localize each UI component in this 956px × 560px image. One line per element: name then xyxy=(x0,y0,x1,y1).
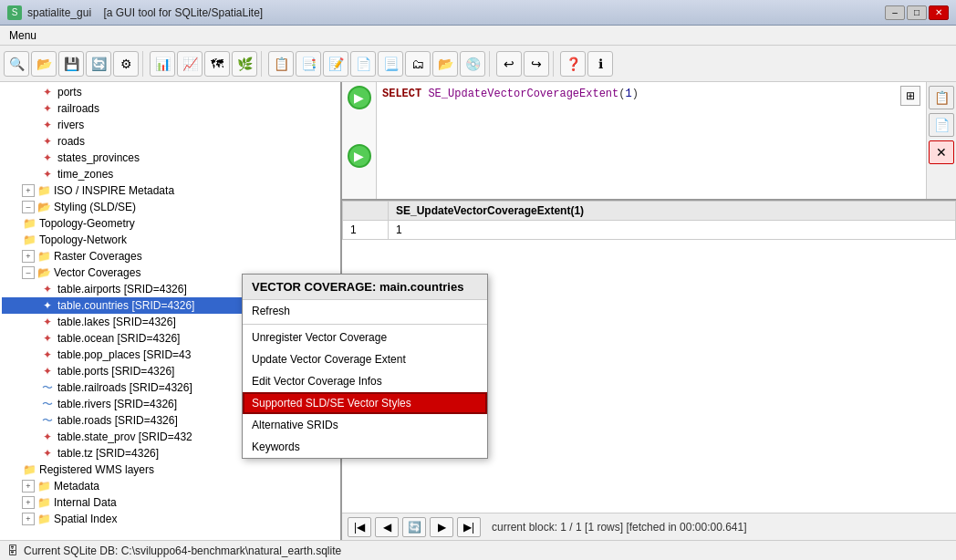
toolbar-btn-5[interactable]: ⚙ xyxy=(113,51,139,77)
tree-label-ocean: table.ocean [SRID=4326] xyxy=(57,332,180,345)
tree-item-topology-geo[interactable]: 📁 Topology-Geometry xyxy=(2,215,338,232)
tree-label-tz: table.tz [SRID=4326] xyxy=(57,447,159,460)
minimize-button[interactable]: – xyxy=(885,5,905,20)
toolbar-btn-3[interactable]: 💾 xyxy=(58,51,84,77)
app-subtitle: [a GUI tool for SQLite/SpatiaLite] xyxy=(103,6,263,19)
tree-label-internal-data: Internal Data xyxy=(54,496,117,509)
toolbar-btn-11[interactable]: 📑 xyxy=(296,51,321,77)
expander-iso-metadata[interactable]: + xyxy=(22,184,35,197)
toolbar-btn-21[interactable]: ℹ xyxy=(587,51,613,77)
tree-item-railroads[interactable]: ✦ railroads xyxy=(2,100,338,117)
nav-status: current block: 1 / 1 [1 rows] [fetched i… xyxy=(492,521,747,534)
tree-item-spatial-index[interactable]: + 📁 Spatial Index xyxy=(2,511,338,527)
geo-icon-roads2: 〜 xyxy=(40,413,55,428)
expander-raster-cov[interactable]: + xyxy=(22,250,35,263)
tree-item-iso-metadata[interactable]: + 📁 ISO / INSPIRE Metadata xyxy=(2,182,338,199)
toolbar-btn-15[interactable]: 🗂 xyxy=(405,51,431,77)
context-menu-update-extent[interactable]: Update Vector Coverage Extent xyxy=(243,348,487,370)
nav-next-button[interactable]: ▶ xyxy=(430,517,453,537)
context-menu-edit-infos[interactable]: Edit Vector Coverage Infos xyxy=(243,370,487,392)
tree-item-roads[interactable]: ✦ roads xyxy=(2,133,338,150)
toolbar-btn-18[interactable]: ↩ xyxy=(496,51,522,77)
sql-editor[interactable]: SELECT SE_UpdateVectorCoverageExtent(1) xyxy=(377,82,899,199)
toolbar-btn-20[interactable]: ❓ xyxy=(560,51,586,77)
geo-icon-time-zones: ✦ xyxy=(40,167,55,181)
toolbar-btn-13[interactable]: 📄 xyxy=(350,51,376,77)
close-button[interactable]: ✕ xyxy=(929,5,949,20)
menu-item-menu[interactable]: Menu xyxy=(4,27,42,44)
tree-item-wms[interactable]: 📁 Registered WMS layers xyxy=(2,461,338,478)
sql-gutter: ▶ ▶ xyxy=(342,82,377,199)
tree-label-styling: Styling (SLD/SE) xyxy=(54,201,136,213)
expander-vector-cov[interactable]: – xyxy=(22,266,35,279)
geo-icon-roads: ✦ xyxy=(40,134,55,149)
folder-icon-spatial-index: 📁 xyxy=(36,512,51,526)
tree-item-topology-net[interactable]: 📁 Topology-Network xyxy=(2,232,338,248)
tree-item-states-provinces[interactable]: ✦ states_provinces xyxy=(2,150,338,166)
toolbar-btn-17[interactable]: 💿 xyxy=(460,51,485,77)
tree-label-topology-net: Topology-Network xyxy=(39,233,127,246)
geo-icon-countries: ✦ xyxy=(40,298,55,313)
toolbar-btn-12[interactable]: 📝 xyxy=(323,51,348,77)
filter-icon[interactable]: ⊞ xyxy=(900,86,920,106)
menubar: Menu xyxy=(0,26,956,46)
geo-icon-states-provinces: ✦ xyxy=(40,150,55,165)
toolbar-btn-7[interactable]: 📈 xyxy=(177,51,203,77)
tree-label-airports: table.airports [SRID=4326] xyxy=(57,283,187,296)
tree-label-ports: ports xyxy=(57,86,82,99)
copy-button[interactable]: 📋 xyxy=(929,86,954,109)
toolbar-btn-9[interactable]: 🌿 xyxy=(232,51,257,77)
statusbar: 🗄 Current SQLite DB: C:\sviluppo64-bench… xyxy=(0,540,956,560)
window-controls: – □ ✕ xyxy=(885,5,949,20)
toolbar-separator-2 xyxy=(261,51,265,77)
tree-item-time-zones[interactable]: ✦ time_zones xyxy=(2,166,338,182)
expander-internal-data[interactable]: + xyxy=(22,496,35,509)
paste-button[interactable]: 📄 xyxy=(929,113,954,137)
context-menu-separator-1 xyxy=(243,324,487,325)
tree-item-metadata[interactable]: + 📁 Metadata xyxy=(2,478,338,494)
toolbar-btn-6[interactable]: 📊 xyxy=(150,51,175,77)
nav-prev-button[interactable]: ◀ xyxy=(375,517,399,537)
nav-bar: |◀ ◀ 🔄 ▶ ▶| current block: 1 / 1 [1 rows… xyxy=(342,513,956,540)
toolbar-btn-16[interactable]: 📂 xyxy=(432,51,458,77)
clear-button[interactable]: ✕ xyxy=(929,140,954,164)
toolbar-btn-19[interactable]: ↪ xyxy=(524,51,549,77)
geo-icon-lakes: ✦ xyxy=(40,315,55,329)
context-menu-keywords[interactable]: Keywords xyxy=(243,436,487,458)
context-menu-refresh[interactable]: Refresh xyxy=(243,300,487,322)
toolbar-btn-8[interactable]: 🗺 xyxy=(204,51,230,77)
nav-last-button[interactable]: ▶| xyxy=(457,517,481,537)
app-title: spatialite_gui [a GUI tool for SQLite/Sp… xyxy=(27,6,885,19)
nav-first-button[interactable]: |◀ xyxy=(348,517,371,537)
expander-styling[interactable]: – xyxy=(22,201,35,213)
context-menu-alt-srids[interactable]: Alternative SRIDs xyxy=(243,414,487,436)
tree-label-states-provinces: states_provinces xyxy=(57,151,140,164)
tree-label-lakes: table.lakes [SRID=4326] xyxy=(57,316,176,328)
nav-refresh-button[interactable]: 🔄 xyxy=(402,517,426,537)
table-row: 1 1 xyxy=(343,221,956,240)
toolbar-separator-1 xyxy=(142,51,146,77)
context-menu-header: VECTOR COVERAGE: main.countries xyxy=(243,275,487,300)
tree-label-roads2: table.roads [SRID=4326] xyxy=(57,414,178,427)
row-num: 1 xyxy=(343,221,389,240)
geo-icon-ports2: ✦ xyxy=(40,364,55,379)
tree-item-ports[interactable]: ✦ ports xyxy=(2,84,338,100)
toolbar-btn-4[interactable]: 🔄 xyxy=(86,51,111,77)
tree-item-internal-data[interactable]: + 📁 Internal Data xyxy=(2,494,338,511)
toolbar-btn-14[interactable]: 📃 xyxy=(378,51,403,77)
tree-item-styling[interactable]: – 📂 Styling (SLD/SE) xyxy=(2,199,338,215)
execute-button[interactable]: ▶ xyxy=(348,86,371,109)
toolbar-btn-10[interactable]: 📋 xyxy=(268,51,294,77)
toolbar-btn-1[interactable]: 🔍 xyxy=(4,51,29,77)
maximize-button[interactable]: □ xyxy=(907,5,927,20)
context-menu-sld-styles[interactable]: Supported SLD/SE Vector Styles xyxy=(243,392,487,414)
execute-button-2[interactable]: ▶ xyxy=(348,144,371,168)
context-menu-unregister[interactable]: Unregister Vector Coverage xyxy=(243,327,487,348)
expander-metadata[interactable]: + xyxy=(22,480,35,493)
expander-spatial-index[interactable]: + xyxy=(22,513,35,525)
tree-item-rivers[interactable]: ✦ rivers xyxy=(2,117,338,133)
tree-item-raster-cov[interactable]: + 📁 Raster Coverages xyxy=(2,248,338,264)
toolbar-btn-2[interactable]: 📂 xyxy=(31,51,57,77)
sql-filter-area: ⊞ xyxy=(899,82,926,199)
geo-icon-ocean: ✦ xyxy=(40,331,55,346)
